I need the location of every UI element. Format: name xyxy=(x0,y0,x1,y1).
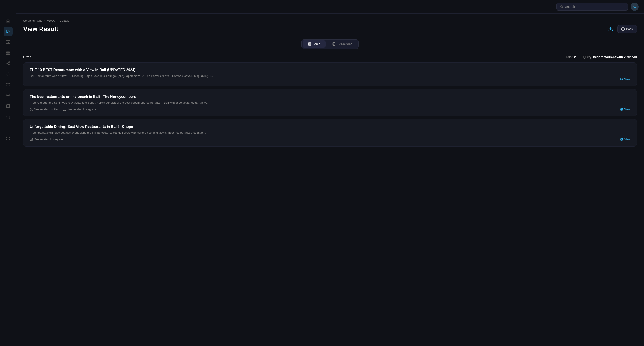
svg-line-26 xyxy=(622,78,623,79)
svg-rect-30 xyxy=(30,138,33,141)
list-icon[interactable] xyxy=(4,123,12,132)
play-icon[interactable] xyxy=(4,27,12,36)
svg-rect-2 xyxy=(6,40,10,43)
social-link-instagram[interactable]: See related Instagram xyxy=(63,107,96,111)
stats-right: Total: 20 Query: best restaurant with vi… xyxy=(566,55,637,59)
topbar: Search C xyxy=(16,0,644,14)
sidebar-toggle-button[interactable] xyxy=(4,3,12,12)
query-stat: Query: best restaurant with view bali xyxy=(583,55,637,59)
result-desc: From dramatic cliff-side settings overlo… xyxy=(30,131,630,135)
table-icon xyxy=(308,42,312,46)
breadcrumb-current: Default xyxy=(60,19,69,22)
result-title: The best restaurants on the beach in Bal… xyxy=(30,95,630,99)
tab-table[interactable]: Table xyxy=(302,40,326,48)
svg-rect-5 xyxy=(6,53,8,54)
breadcrumb: Scraping Runs › #2070 › Default xyxy=(23,19,637,22)
breadcrumb-sep-2: › xyxy=(57,19,58,22)
svg-rect-0 xyxy=(8,21,8,22)
result-title: THE 10 BEST Restaurants with a View in B… xyxy=(30,68,630,72)
view-link[interactable]: View xyxy=(620,77,630,81)
search-icon xyxy=(560,5,563,8)
result-title: Unforgettable Dining: Best View Restaura… xyxy=(30,125,630,129)
code-icon[interactable] xyxy=(4,70,12,79)
terminal-icon[interactable] xyxy=(4,37,12,46)
svg-line-32 xyxy=(622,138,623,139)
result-desc: From Canggu and Seminyak to Uluwatu and … xyxy=(30,101,630,105)
result-card: THE 10 BEST Restaurants with a View in B… xyxy=(23,62,637,86)
search-box[interactable]: Search xyxy=(556,3,628,10)
heart-icon[interactable] xyxy=(4,80,12,89)
result-desc: Bali Restaurants with a View · 1. Sleepi… xyxy=(30,74,630,78)
tab-extractions-label: Extractions xyxy=(337,42,352,46)
svg-rect-27 xyxy=(63,108,66,111)
sites-label: Sites xyxy=(23,55,31,59)
wheel-icon[interactable] xyxy=(4,91,12,100)
tabs-container: Table Extractions xyxy=(302,39,359,49)
total-value: 20 xyxy=(574,55,578,59)
view-link[interactable]: View xyxy=(620,138,630,141)
svg-line-29 xyxy=(622,108,623,109)
back-label: Back xyxy=(626,27,633,31)
book-icon[interactable] xyxy=(4,102,12,111)
svg-line-15 xyxy=(562,7,563,8)
download-button[interactable] xyxy=(607,25,615,33)
content-area: Scraping Runs › #2070 › Default View Res… xyxy=(16,14,644,346)
svg-rect-18 xyxy=(308,43,311,45)
title-actions: Back xyxy=(607,25,637,33)
view-label: View xyxy=(624,107,630,111)
tabs-row: Table Extractions xyxy=(23,39,637,49)
results-container: THE 10 BEST Restaurants with a View in B… xyxy=(23,62,637,147)
page-title-row: View Result Back xyxy=(23,25,637,33)
total-label: Total: xyxy=(566,55,573,59)
back-icon xyxy=(621,27,625,31)
result-actions: See related Instagram xyxy=(30,138,630,141)
stats-row: Sites Total: 20 Query: best restaurant w… xyxy=(23,55,637,59)
query-label: Query: xyxy=(583,55,592,59)
result-actions: See related Twitter See related Instagra… xyxy=(30,107,630,111)
svg-marker-1 xyxy=(7,30,10,33)
home-icon[interactable] xyxy=(4,16,12,25)
query-value: best restaurant with view bali xyxy=(593,55,637,59)
avatar: C xyxy=(630,3,639,11)
result-card: Unforgettable Dining: Best View Restaura… xyxy=(23,119,637,147)
svg-point-10 xyxy=(8,95,8,96)
total-stat: Total: 20 xyxy=(566,55,578,59)
page-title: View Result xyxy=(23,25,58,33)
broadcast-icon[interactable] xyxy=(4,134,12,143)
share-icon[interactable] xyxy=(4,59,12,68)
tab-table-label: Table xyxy=(313,42,320,46)
social-link-twitter[interactable]: See related Twitter xyxy=(30,107,58,111)
svg-rect-6 xyxy=(8,53,10,54)
svg-point-14 xyxy=(560,5,562,7)
breadcrumb-sep-1: › xyxy=(44,19,45,22)
view-label: View xyxy=(624,77,630,81)
result-card: The best restaurants on the beach in Bal… xyxy=(23,89,637,117)
social-link-instagram[interactable]: See related Instagram xyxy=(30,138,63,141)
back-button[interactable]: Back xyxy=(618,25,637,33)
breadcrumb-run-id[interactable]: #2070 xyxy=(47,19,55,22)
view-link[interactable]: View xyxy=(620,107,630,111)
svg-rect-4 xyxy=(8,51,10,52)
tab-extractions[interactable]: Extractions xyxy=(326,40,358,48)
sidebar xyxy=(0,0,16,346)
svg-rect-3 xyxy=(6,51,8,52)
breadcrumb-scraping-runs[interactable]: Scraping Runs xyxy=(23,19,42,22)
extractions-icon xyxy=(332,42,336,46)
view-label: View xyxy=(624,138,630,141)
megaphone-icon[interactable] xyxy=(4,113,12,122)
search-placeholder: Search xyxy=(565,5,575,8)
main-content: Search C Scraping Runs › #2070 › Default… xyxy=(16,0,644,346)
grid-icon[interactable] xyxy=(4,48,12,57)
